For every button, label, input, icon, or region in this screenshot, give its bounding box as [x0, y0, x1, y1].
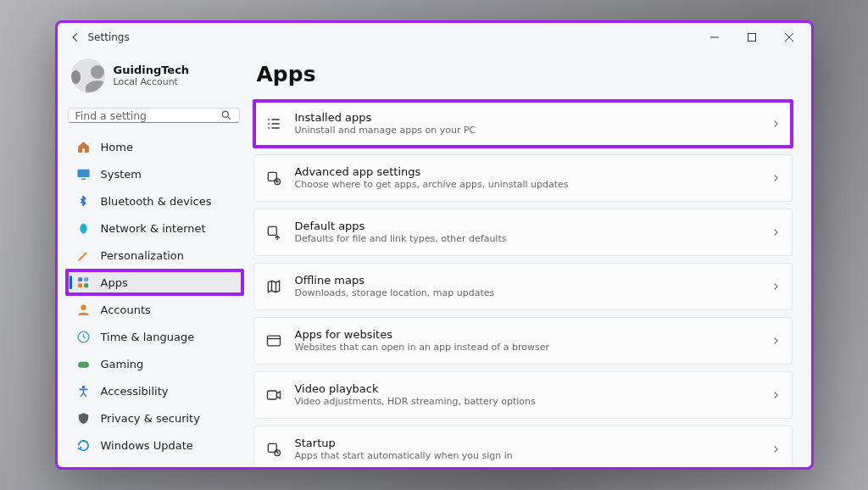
defaults-icon [264, 223, 283, 242]
avatar [71, 58, 105, 92]
sidebar-item-home[interactable]: Home [68, 133, 240, 160]
svg-rect-7 [81, 178, 86, 179]
window-controls [696, 25, 808, 50]
card-title: Apps for websites [295, 328, 760, 342]
maximize-button[interactable] [733, 25, 771, 50]
svg-rect-1 [748, 34, 755, 42]
sidebar-item-gaming[interactable]: Gaming [68, 350, 240, 377]
cards-list: Installed appsUninstall and manage apps … [253, 100, 793, 467]
sidebar-item-label: Accessibility [101, 385, 169, 398]
card-text: Default appsDefaults for file and link t… [295, 220, 760, 246]
svg-point-15 [81, 385, 85, 388]
sidebar-item-accessibility[interactable]: Accessibility [68, 377, 240, 404]
svg-rect-14 [78, 361, 89, 367]
card-startup[interactable]: StartupApps that start automatically whe… [253, 426, 793, 467]
chevron-right-icon [771, 228, 780, 237]
card-title: Default apps [295, 220, 760, 233]
svg-rect-6 [77, 169, 89, 176]
card-subtitle: Downloads, storage location, map updates [295, 287, 760, 299]
minimize-button[interactable] [696, 25, 733, 50]
search-icon [220, 109, 232, 121]
titlebar: Settings [58, 23, 811, 52]
personalize-icon [76, 248, 91, 263]
card-title: Advanced app settings [295, 165, 760, 179]
sidebar-item-privacy-security[interactable]: Privacy & security [68, 404, 240, 432]
chevron-right-icon [771, 391, 780, 399]
card-offline-maps[interactable]: Offline mapsDownloads, storage location,… [253, 263, 793, 310]
search-input[interactable]: Find a setting [68, 108, 240, 123]
card-installed-apps[interactable]: Installed appsUninstall and manage apps … [253, 100, 793, 148]
main-content: Apps Installed appsUninstall and manage … [248, 52, 811, 467]
back-button[interactable] [70, 31, 88, 43]
advanced-icon [264, 169, 283, 187]
chevron-right-icon [771, 282, 780, 291]
sidebar-item-label: Accounts [101, 303, 151, 316]
card-title: Startup [295, 437, 760, 450]
time-icon [76, 330, 91, 344]
card-text: Installed appsUninstall and manage apps … [295, 111, 760, 137]
accessibility-icon [76, 384, 91, 398]
card-video-playback[interactable]: Video playbackVideo adjustments, HDR str… [253, 371, 793, 419]
card-subtitle: Video adjustments, HDR streaming, batter… [295, 396, 760, 408]
video-icon [264, 386, 283, 404]
card-apps-for-websites[interactable]: Apps for websitesWebsites that can open … [253, 317, 793, 365]
card-title: Offline maps [295, 274, 760, 287]
websites-icon [264, 331, 283, 350]
svg-line-34 [277, 453, 279, 454]
chevron-right-icon [771, 445, 780, 454]
sidebar-item-label: Windows Update [101, 439, 193, 452]
sidebar-item-accounts[interactable]: Accounts [68, 296, 240, 323]
card-subtitle: Uninstall and manage apps on your PC [295, 125, 760, 136]
card-subtitle: Defaults for file and link types, other … [295, 233, 760, 245]
profile-sub: Local Account [114, 76, 190, 87]
system-icon [76, 167, 91, 181]
sidebar-item-bluetooth-devices[interactable]: Bluetooth & devices [68, 187, 240, 214]
chevron-right-icon [771, 337, 780, 345]
chevron-right-icon [771, 174, 780, 182]
privacy-icon [76, 411, 91, 426]
sidebar-item-label: System [101, 168, 142, 181]
sidebar-item-label: Network & internet [101, 222, 206, 235]
profile-block[interactable]: GuidingTech Local Account [68, 53, 240, 103]
startup-icon [264, 440, 283, 459]
card-subtitle: Apps that start automatically when you s… [295, 450, 760, 462]
card-title: Installed apps [295, 111, 760, 125]
card-title: Video playback [295, 382, 760, 396]
svg-rect-9 [84, 277, 88, 281]
chevron-right-icon [771, 120, 780, 128]
sidebar-item-network-internet[interactable]: Network & internet [68, 214, 240, 242]
sidebar-item-label: Time & language [101, 331, 195, 343]
accounts-icon [76, 303, 91, 317]
card-text: Apps for websitesWebsites that can open … [295, 328, 760, 354]
page-title: Apps [257, 62, 793, 86]
card-text: Advanced app settingsChoose where to get… [295, 165, 760, 192]
svg-line-5 [227, 117, 230, 120]
svg-rect-24 [268, 226, 276, 235]
sidebar-item-label: Gaming [101, 358, 144, 370]
sidebar-item-time-language[interactable]: Time & language [68, 323, 240, 350]
card-subtitle: Websites that can open in an app instead… [295, 342, 760, 354]
sidebar-item-system[interactable]: System [68, 160, 240, 187]
maps-icon [264, 277, 283, 296]
sidebar-item-apps[interactable]: Apps [68, 269, 240, 296]
sidebar-item-windows-update[interactable]: Windows Update [68, 432, 240, 459]
sidebar: GuidingTech Local Account Find a setting… [58, 52, 248, 467]
close-button[interactable] [771, 25, 808, 50]
search-placeholder: Find a setting [75, 109, 220, 122]
svg-rect-30 [267, 391, 276, 399]
profile-name: GuidingTech [114, 64, 190, 76]
sidebar-item-personalization[interactable]: Personalization [68, 242, 240, 269]
card-subtitle: Choose where to get apps, archive apps, … [295, 179, 760, 191]
card-advanced-app-settings[interactable]: Advanced app settingsChoose where to get… [253, 154, 793, 202]
svg-point-12 [81, 304, 86, 309]
apps-icon [76, 276, 91, 290]
card-default-apps[interactable]: Default appsDefaults for file and link t… [253, 209, 793, 256]
card-text: Offline mapsDownloads, storage location,… [295, 274, 760, 300]
update-icon [76, 438, 91, 453]
bluetooth-icon [76, 194, 91, 209]
settings-window: Settings Gui [55, 20, 814, 470]
card-text: Video playbackVideo adjustments, HDR str… [295, 382, 760, 409]
svg-point-4 [222, 111, 228, 117]
sidebar-item-label: Personalization [101, 249, 185, 262]
network-icon [76, 221, 91, 236]
